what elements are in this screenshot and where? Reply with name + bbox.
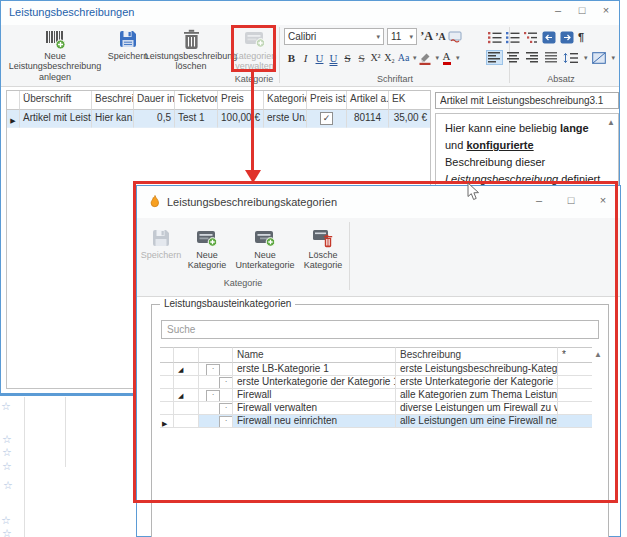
column-header[interactable]: Überschrift [20,91,92,110]
row-button-cell[interactable]: · [199,376,233,389]
grow-font-button[interactable]: ʼA [420,29,433,45]
tree-expander[interactable] [174,415,199,428]
row-options-button[interactable]: · [206,390,220,402]
favorite-star-icon[interactable]: ☆ [2,446,12,459]
double-underline-button[interactable]: U [327,50,340,66]
font-size-combobox[interactable]: 11 ▾ [387,28,417,45]
row-button-cell[interactable]: · [199,402,233,415]
cell-beschreibung[interactable]: alle Kategorien zum Thema Leistungsbaust… [396,389,558,402]
table-row[interactable]: ◢ · erste LB-Kategorie 1 erste Leistungs… [160,363,592,376]
cell-star[interactable] [558,376,592,389]
row-button-cell[interactable]: · [199,389,233,402]
column-header[interactable]: Preis [218,91,264,110]
chevron-down-icon[interactable]: ▾ [584,54,588,62]
tree-expander[interactable]: ◢ [174,363,199,376]
column-header[interactable]: Preis ist i... [307,91,347,110]
minimize-button[interactable]: – [551,4,565,16]
tree-expander[interactable] [174,376,199,389]
superscript-button[interactable]: X² [369,50,382,66]
cell-beschreibung[interactable]: diverse Leistungen um Firewall zu verwal… [396,402,558,415]
favorite-star-icon[interactable]: ☆ [3,479,13,492]
chevron-down-icon[interactable]: ▾ [436,54,440,62]
favorite-star-icon[interactable]: ☆ [2,433,12,446]
chevron-down-icon[interactable]: ▾ [456,54,460,62]
dialog-save-button[interactable]: Speichern [139,226,183,260]
row-options-button[interactable]: · [219,403,233,415]
cell-star[interactable] [558,389,592,402]
new-leistungsbeschreibung-button[interactable]: Neue Leistungsbeschreibung anlegen [3,27,107,82]
align-right-button[interactable] [525,51,540,64]
scroll-up-icon[interactable]: ▲ [594,350,602,359]
neue-kategorie-button[interactable]: Neue Kategorie [184,226,230,271]
cell-ueberschrift[interactable]: Artikel mit Leist... [20,110,92,128]
table-row-selected[interactable]: ▶ · Firewall neu einrichten alle Leistun… [160,415,592,428]
cell-preis[interactable]: 100,00 € [218,110,264,128]
table-row[interactable]: ▶ Artikel mit Leist... Hier kan... 0,5 T… [7,110,430,128]
kategorien-verwalten-button[interactable]: Kategorien verwalten [234,27,275,72]
cell-artikelnummer[interactable]: 80114 [347,110,389,128]
cell-beschreibung[interactable]: alle Leistungen um eine Firewall neu ein… [396,415,558,428]
pilcrow-icon[interactable]: ¶ [578,31,584,43]
column-header[interactable]: Beschrei... [92,91,134,110]
delete-leistungsbeschreibung-button[interactable]: Leistungsbeschreibung löschen [149,27,233,72]
maximize-button[interactable]: □ [575,4,589,16]
cell-beschreibung[interactable]: erste Leistungsbeschreibung-Kategorie 1 [396,363,558,376]
column-header[interactable]: Kategorie [264,91,307,110]
save-button[interactable]: Speichern [108,27,148,61]
checkbox-checked-icon[interactable]: ✓ [320,112,333,125]
align-center-button[interactable] [506,51,521,64]
column-header[interactable]: Dauer in... [134,91,175,110]
column-header[interactable]: Name [233,347,396,363]
favorite-star-icon[interactable]: ☆ [1,514,11,527]
cell-star[interactable] [558,402,592,415]
search-input[interactable] [161,320,599,339]
table-row[interactable]: ◢ · Firewall alle Kategorien zum Thema L… [160,389,592,402]
column-header[interactable]: Beschreibung [396,347,558,363]
text-highlight-color-button[interactable] [418,50,433,66]
change-case-button[interactable]: Aa [397,50,410,66]
cell-kategorie[interactable]: erste Un... [264,110,307,128]
cell-star[interactable] [558,415,592,428]
cell-name[interactable]: Firewall [233,389,396,402]
row-button-cell[interactable]: · [199,415,233,428]
cell-beschreibung[interactable]: Hier kan... [92,110,134,128]
row-options-button[interactable]: · [206,364,220,376]
multilevel-list-icon[interactable] [524,31,538,44]
favorite-star-icon[interactable]: ☆ [1,400,11,413]
bullet-list-icon[interactable] [488,31,502,44]
numbered-list-icon[interactable] [506,31,520,44]
column-header[interactable]: * [558,347,592,363]
shrink-font-button[interactable]: ʼA [434,29,447,45]
strikethrough-button[interactable]: S [341,50,354,66]
chevron-down-icon[interactable]: ▾ [413,54,417,62]
increase-indent-icon[interactable] [560,31,574,44]
shading-icon[interactable] [592,52,606,64]
font-color-button[interactable]: A [443,51,451,65]
row-button-cell[interactable]: · [199,363,233,376]
clear-formatting-icon[interactable] [448,29,462,45]
decrease-indent-icon[interactable] [542,31,556,44]
minimize-button[interactable]: – [532,194,546,206]
cell-name[interactable]: erste LB-Kategorie 1 [233,363,396,376]
tree-expander[interactable]: ◢ [174,389,199,402]
underline-button[interactable]: U [313,50,326,66]
row-options-button[interactable]: · [219,416,233,428]
align-left-button[interactable] [487,51,502,64]
cell-beschreibung[interactable]: erste Unterkategorie der Kategorie 1 - B… [396,376,558,389]
cell-star[interactable] [558,363,592,376]
italic-button[interactable]: I [299,50,312,66]
loesche-kategorie-button[interactable]: Lösche Kategorie [299,226,347,271]
scroll-up-icon[interactable]: ▲ [607,117,615,129]
tree-expander[interactable] [174,402,199,415]
cell-name[interactable]: erste Unterkategorie der Kategorie 1 [233,376,396,389]
double-strikethrough-button[interactable]: S [355,50,368,66]
cell-name[interactable]: Firewall neu einrichten [233,415,396,428]
column-header[interactable]: Ticketvor... [175,91,218,110]
column-header[interactable]: EK [389,91,430,110]
close-button[interactable]: × [599,4,613,16]
justify-button[interactable] [544,51,559,64]
cell-preis-ist-checkbox[interactable]: ✓ [307,110,347,128]
cell-ticketvorlage[interactable]: Test 1 [175,110,218,128]
line-spacing-button[interactable] [563,52,578,64]
chevron-down-icon[interactable]: ▾ [612,54,616,62]
